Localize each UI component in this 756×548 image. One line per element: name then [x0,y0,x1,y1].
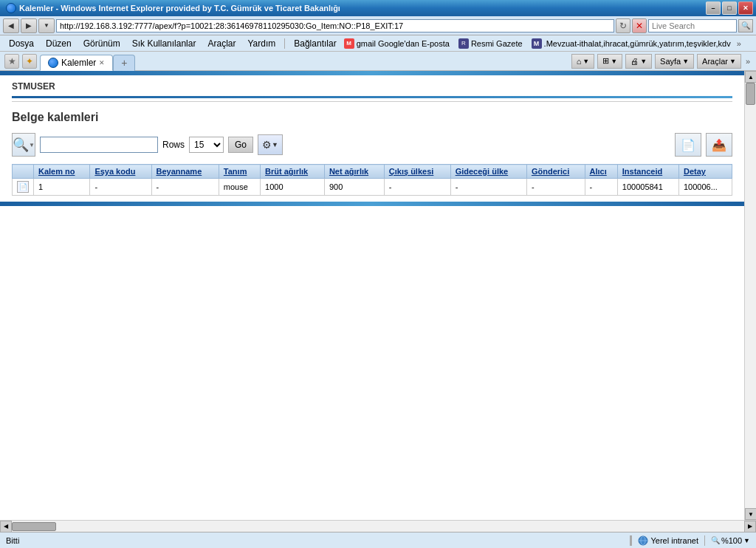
add-favorites-button[interactable]: ✦ [22,54,37,69]
tab-container: Kalemler ✕ + [40,52,568,71]
menu-araclar[interactable]: Araçlar [202,37,241,50]
search-dropdown-icon: ▼ [29,142,35,148]
th-alici[interactable]: Alıcı [585,165,617,179]
sort-alici[interactable]: Alıcı [590,167,607,176]
td-detay: 100006... [678,179,732,196]
sort-beyanname[interactable]: Beyanname [157,167,202,176]
export-icon: 📤 [712,138,726,152]
th-beyanname[interactable]: Beyanname [151,165,219,179]
th-detay[interactable]: Detay [678,165,732,179]
export-button[interactable]: 📤 [706,133,732,157]
page-button[interactable]: Sayfa ▼ [655,54,694,69]
h-scroll-track[interactable] [12,521,744,532]
home-button[interactable]: ⌂ ▼ [571,54,595,69]
search-icon-box[interactable]: 🔍 ▼ [12,133,35,157]
refresh-button[interactable]: ↻ [616,18,630,33]
menu-gorunum[interactable]: Görünüm [78,37,126,50]
td-net-agirlik: 900 [324,179,384,196]
scroll-right-button[interactable]: ▶ [744,521,756,532]
menu-sik[interactable]: Sık Kullanılanlar [126,37,202,50]
th-gidecegi-ulke[interactable]: Gideceği ülke [450,165,526,179]
row-action-icon[interactable]: 📄 [17,181,29,193]
search-input[interactable] [40,137,158,153]
favorites-button[interactable]: ★ [4,54,19,69]
sort-tanim[interactable]: Tanım [224,167,247,176]
gear-icon: ⚙ [262,139,272,151]
tools-label: Araçlar [702,57,728,66]
more-links-button[interactable]: » [735,39,743,48]
link-resmi[interactable]: R Resmi Gazete [454,37,527,50]
rss-button[interactable]: ⊞ ▼ [597,54,622,69]
scroll-down-button[interactable]: ▼ [745,508,756,520]
td-alici: - [585,179,617,196]
rows-label: Rows [162,140,185,150]
scroll-track[interactable] [745,83,756,508]
address-input[interactable] [56,19,614,32]
th-kalem-no[interactable]: Kalem no [34,165,90,179]
window-icon [3,0,19,16]
live-search-input[interactable] [648,19,737,32]
sort-brut-agirlik[interactable]: Brüt ağırlık [265,167,308,176]
blue-separator [12,96,732,98]
maximize-button[interactable]: □ [722,1,737,15]
sort-net-agirlik[interactable]: Net ağırlık [329,167,368,176]
menu-duzen[interactable]: Düzen [40,37,78,50]
table-row: 📄 1 - - mouse 1000 900 - - - - 100005841… [13,179,732,196]
th-tanim[interactable]: Tanım [219,165,260,179]
window-controls: – □ ✕ [706,1,753,15]
status-zone: Yerel intranet [632,535,704,546]
address-bar: ◀ ▶ ▼ ↻ ✕ 🔍 [0,16,756,35]
menu-dosya[interactable]: Dosya [3,37,40,50]
td-tanim: mouse [219,179,260,196]
th-brut-agirlik[interactable]: Brüt ağırlık [261,165,325,179]
tab-kalemler[interactable]: Kalemler ✕ [40,55,113,71]
menu-yardim[interactable]: Yardım [241,37,281,50]
horizontal-scrollbar: ◀ ▶ [0,520,756,532]
sort-gonderici[interactable]: Gönderici [532,167,569,176]
forward-button[interactable]: ▶ [21,18,37,33]
scroll-up-button[interactable]: ▲ [745,71,756,83]
sort-esya-kodu[interactable]: Eşya kodu [94,167,135,176]
th-instanceid[interactable]: Instanceid [617,165,678,179]
sort-cikis-ulkesi[interactable]: Çıkış ülkesi [389,167,434,176]
sort-detay[interactable]: Detay [684,167,706,176]
more-toolbar-button[interactable]: » [744,57,752,66]
back-button[interactable]: ◀ [3,18,19,33]
th-net-agirlik[interactable]: Net ağırlık [324,165,384,179]
favorites-bar: ★ ✦ Kalemler ✕ + ⌂ ▼ ⊞ ▼ 🖨 ▼ Sayfa ▼ Ara… [0,52,756,71]
link-gmail[interactable]: M gmail Google'dan E-posta [340,37,454,50]
status-zoom: 🔍 %100 ▼ [705,536,756,545]
link-mevzuat[interactable]: M .Mevzuat-ithalat,ihracat,gümrük,yatırı… [527,37,735,50]
close-button[interactable]: ✕ [738,1,753,15]
th-esya-kodu[interactable]: Eşya kodu [90,165,151,179]
h-scroll-thumb[interactable] [12,522,56,531]
actions-dropdown-icon: ▼ [272,141,278,148]
rows-select[interactable]: 15 5 10 20 50 100 [189,137,224,153]
zoom-dropdown-icon[interactable]: ▼ [743,537,750,544]
scroll-left-button[interactable]: ◀ [0,521,12,532]
td-brut-agirlik: 1000 [261,179,325,196]
dropdown-button[interactable]: ▼ [38,18,55,33]
status-bar: Bitti Yerel intranet 🔍 %100 ▼ [0,532,756,548]
td-instanceid: 100005841 [617,179,678,196]
th-gonderici[interactable]: Gönderici [526,165,585,179]
resmi-icon: R [458,38,469,49]
scroll-thumb[interactable] [746,83,755,105]
page-dropdown-icon: ▼ [682,58,689,65]
tools-button[interactable]: Araçlar ▼ [697,54,741,69]
sort-kalem-no[interactable]: Kalem no [38,167,75,176]
tab-close-button[interactable]: ✕ [99,59,105,66]
new-tab-button[interactable]: + [113,55,135,71]
go-button[interactable]: Go [228,137,253,153]
sort-gidecegi-ulke[interactable]: Gideceği ülke [456,167,509,176]
sort-instanceid[interactable]: Instanceid [622,167,662,176]
print-button[interactable]: 🖨 ▼ [625,54,652,69]
zoom-icon: 🔍 [711,536,720,544]
content-area: STMUSER Belge kalemleri 🔍 ▼ Rows 15 5 10… [0,71,744,520]
stop-button[interactable]: ✕ [632,18,647,33]
th-cikis-ulkesi[interactable]: Çıkış ülkesi [384,165,450,179]
actions-button[interactable]: ⚙ ▼ [258,134,283,155]
live-search-go-button[interactable]: 🔍 [738,19,753,32]
new-row-button[interactable]: 📄 [675,133,701,157]
minimize-button[interactable]: – [706,1,721,15]
